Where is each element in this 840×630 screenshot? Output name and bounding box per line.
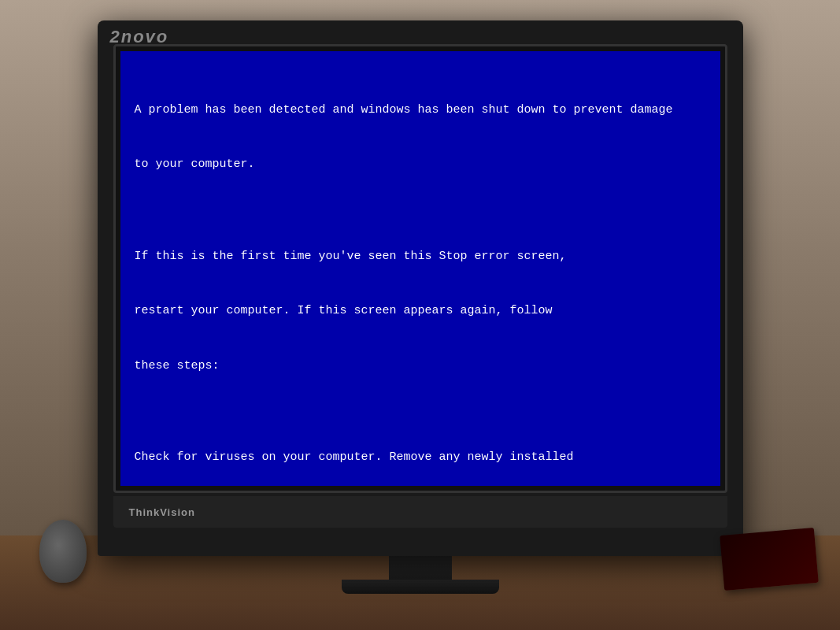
bsod-line-1: A problem has been detected and windows … bbox=[135, 101, 706, 119]
monitor: 2novo A problem has been detected and wi… bbox=[98, 20, 743, 556]
monitor-brand-top: 2novo bbox=[110, 27, 169, 47]
book-item bbox=[720, 528, 819, 591]
bsod-line-2: to your computer. bbox=[135, 155, 706, 173]
monitor-brand-bottom: ThinkVision bbox=[129, 506, 195, 518]
mouse-device bbox=[39, 520, 87, 583]
bsod-screen: A problem has been detected and windows … bbox=[120, 51, 720, 486]
bsod-line-8: Check for viruses on your computer. Remo… bbox=[135, 448, 706, 466]
monitor-bottom-bezel: ThinkVision bbox=[113, 496, 727, 528]
bsod-line-5: restart your computer. If this screen ap… bbox=[135, 302, 706, 320]
bsod-line-4: If this is the first time you've seen th… bbox=[135, 247, 706, 265]
monitor-stand-neck bbox=[389, 556, 452, 580]
bsod-content: A problem has been detected and windows … bbox=[135, 64, 706, 486]
bsod-line-6: these steps: bbox=[135, 357, 706, 375]
monitor-bezel: A problem has been detected and windows … bbox=[113, 44, 727, 493]
monitor-wrapper: 2novo A problem has been detected and wi… bbox=[98, 52, 743, 594]
monitor-stand-base bbox=[342, 580, 499, 594]
